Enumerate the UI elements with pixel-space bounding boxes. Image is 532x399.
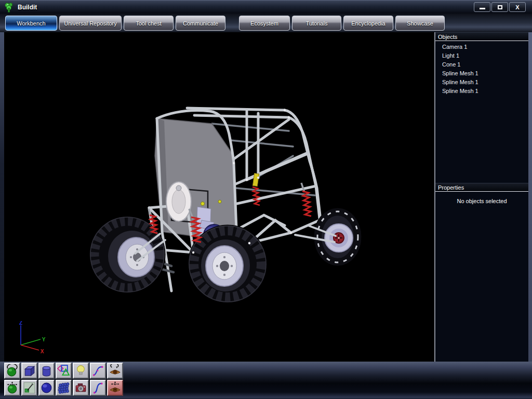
- tab-bar-spacer: [228, 16, 239, 16]
- light-icon: [74, 364, 87, 377]
- sidebar: Objects Camera 1 Light 1 Cone 1 Spline M…: [435, 32, 528, 362]
- move-object-icon: [6, 381, 19, 394]
- cube-primitive-icon: [23, 364, 36, 377]
- tab-encyclopedia[interactable]: Encyclopedia: [343, 16, 393, 31]
- create-spline-button[interactable]: [90, 363, 106, 379]
- app-logo-icon: [4, 2, 14, 12]
- rotate-object-icon: [6, 364, 19, 377]
- tab-tool-chest[interactable]: Tool chest: [124, 16, 174, 31]
- window-left-border: [0, 32, 4, 362]
- create-light-button[interactable]: [73, 363, 89, 379]
- object-item-camera-1[interactable]: Camera 1: [435, 43, 528, 51]
- edit-object-button[interactable]: [21, 380, 37, 396]
- object-item-cone-1[interactable]: Cone 1: [435, 60, 528, 69]
- tab-bar: Workbench Universal Repository Tool ches…: [0, 14, 532, 32]
- tab-showcase[interactable]: Showcase: [395, 16, 445, 31]
- edit-tool-icon: [23, 381, 36, 394]
- create-cylinder-button[interactable]: [38, 363, 55, 379]
- properties-panel-header: Properties: [435, 183, 528, 192]
- objects-list: Camera 1 Light 1 Cone 1 Spline Mesh 1 Sp…: [435, 41, 528, 183]
- rotate-object-button[interactable]: [4, 363, 20, 379]
- axis-x-label: X: [41, 349, 44, 354]
- object-item-spline-mesh-1c[interactable]: Spline Mesh 1: [435, 87, 528, 96]
- title-bar[interactable]: Buildit X: [0, 0, 532, 14]
- axis-y-label: Y: [42, 337, 46, 342]
- properties-panel: Properties No objects selected: [435, 183, 528, 362]
- spline-curve-icon: [91, 364, 104, 377]
- objects-panel: Objects Camera 1 Light 1 Cone 1 Spline M…: [435, 32, 528, 183]
- spline-mesh-icon: [57, 381, 70, 394]
- window-right-border: [528, 32, 532, 362]
- move-view-eye-icon: [109, 381, 122, 394]
- window-controls: X: [474, 2, 526, 12]
- close-icon: X: [515, 4, 519, 10]
- cylinder-primitive-icon: [40, 364, 53, 377]
- rotate-view-eye-icon: [109, 364, 122, 377]
- tab-workbench[interactable]: Workbench: [5, 16, 57, 31]
- object-item-light-1[interactable]: Light 1: [435, 51, 528, 60]
- buggy-3d-model: [4, 32, 434, 362]
- bottom-bar: [0, 362, 532, 399]
- sphere-primitive-icon: [40, 381, 53, 394]
- window-title: Buildit: [18, 4, 37, 11]
- draw-spline-icon: [91, 381, 104, 394]
- minimize-icon: [480, 8, 485, 9]
- main-area: Z Y X Objects Camera 1 Light 1 Cone 1 Sp…: [0, 32, 532, 362]
- maximize-icon: [498, 5, 502, 9]
- axis-triad: Z Y X: [10, 321, 49, 354]
- camera-icon: [74, 381, 87, 394]
- tool-palette: [4, 362, 125, 396]
- draw-spline-button[interactable]: [90, 380, 106, 396]
- minimize-button[interactable]: [474, 2, 490, 12]
- tab-tutorials[interactable]: Tutorials: [292, 16, 341, 31]
- 2d-shapes-icon: [57, 364, 70, 377]
- create-camera-button[interactable]: [73, 380, 89, 396]
- properties-empty-message: No objects selected: [435, 192, 528, 204]
- create-2d-shapes-button[interactable]: [56, 363, 72, 379]
- close-button[interactable]: X: [509, 2, 526, 12]
- 3d-viewport[interactable]: Z Y X: [4, 32, 434, 362]
- rotate-view-button[interactable]: [107, 363, 123, 379]
- tab-universal-repository[interactable]: Universal Repository: [59, 16, 122, 31]
- create-sphere-button[interactable]: [38, 380, 55, 396]
- create-spline-mesh-button[interactable]: [56, 380, 72, 396]
- tab-ecosystem[interactable]: Ecosystem: [239, 16, 290, 31]
- tab-communicate[interactable]: Communicate: [176, 16, 225, 31]
- move-view-button[interactable]: [107, 380, 123, 396]
- object-item-spline-mesh-1a[interactable]: Spline Mesh 1: [435, 69, 528, 78]
- app-window: Buildit X Workbench Universal Repository…: [0, 0, 532, 399]
- objects-panel-header: Objects: [435, 32, 528, 41]
- axis-z-label: Z: [19, 321, 22, 326]
- object-item-spline-mesh-1b[interactable]: Spline Mesh 1: [435, 78, 528, 87]
- move-object-button[interactable]: [4, 380, 20, 396]
- maximize-button[interactable]: [491, 2, 508, 12]
- create-cube-button[interactable]: [21, 363, 37, 379]
